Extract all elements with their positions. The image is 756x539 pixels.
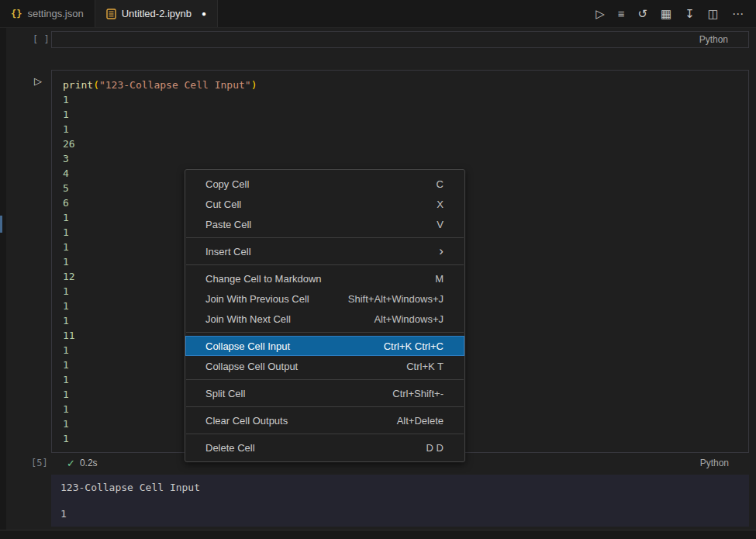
menu-separator: [186, 237, 464, 238]
restart-kernel-icon[interactable]: ↺: [637, 8, 647, 19]
more-actions-icon[interactable]: ⋯: [732, 8, 744, 19]
code-line: 3: [63, 151, 748, 166]
modified-dot[interactable]: ●: [202, 9, 206, 18]
output-line: 1: [60, 507, 740, 520]
run-cell-button[interactable]: ▷: [34, 76, 42, 86]
menu-separator: [186, 379, 464, 380]
menu-item-insert-cell[interactable]: Insert Cell ›: [185, 241, 464, 261]
menu-item-cut-cell[interactable]: Cut Cell X: [185, 194, 464, 214]
variables-icon[interactable]: ▦: [661, 8, 671, 19]
menu-separator: [186, 332, 464, 333]
left-rail: [0, 28, 6, 539]
code-line: 1: [63, 122, 748, 136]
json-icon: {}: [11, 9, 22, 19]
menu-item-split-cell[interactable]: Split Cell Ctrl+Shift+-: [185, 383, 464, 403]
menu-item-join-next-cell[interactable]: Join With Next Cell Alt+Windows+J: [185, 309, 464, 329]
code-line: 26: [63, 136, 748, 151]
success-check-icon: ✓: [67, 458, 75, 469]
empty-cell: [ ] Python: [6, 31, 749, 48]
menu-separator: [186, 434, 464, 434]
menu-separator: [186, 406, 464, 407]
cell-output: 123-Collapse Cell Input 1: [51, 475, 749, 527]
menu-item-clear-cell-outputs[interactable]: Clear Cell Outputs Alt+Delete: [185, 410, 464, 430]
notebook-icon: [106, 9, 116, 19]
run-all-icon[interactable]: ▷: [595, 8, 605, 19]
tab-settings-json[interactable]: {} settings.json: [0, 0, 95, 27]
tab-untitled-notebook[interactable]: Untitled-2.ipynb ●: [95, 0, 218, 27]
editor-tab-bar: {} settings.json Untitled-2.ipynb ● ▷ ≡ …: [0, 0, 756, 28]
cell-context-menu: Copy Cell C Cut Cell X Paste Cell V Inse…: [185, 169, 465, 462]
cell-frame[interactable]: Python: [51, 31, 749, 48]
menu-item-delete-cell[interactable]: Delete Cell D D: [185, 437, 464, 458]
menu-item-change-to-markdown[interactable]: Change Cell to Markdown M: [185, 268, 464, 289]
code-line: 1: [63, 107, 748, 122]
tab-label: Untitled-2.ipynb: [122, 8, 192, 19]
menu-item-copy-cell[interactable]: Copy Cell C: [185, 174, 464, 194]
execution-count: [5]: [31, 458, 48, 468]
execution-count: [ ]: [33, 34, 50, 45]
tab-label: settings.json: [27, 8, 83, 19]
submenu-arrow-icon: ›: [439, 244, 444, 259]
code-line: 1: [63, 92, 748, 107]
notebook-toolbar: ▷ ≡ ↺ ▦ ↧ ◫ ⋯: [595, 0, 756, 27]
output-line: [60, 494, 740, 507]
export-icon[interactable]: ↧: [685, 8, 695, 19]
overview-ruler-marker: [0, 216, 2, 233]
cell-language-picker[interactable]: Python: [700, 458, 749, 468]
menu-item-paste-cell[interactable]: Paste Cell V: [185, 214, 464, 234]
output-line: 123-Collapse Cell Input: [60, 481, 740, 494]
menu-item-join-previous-cell[interactable]: Join With Previous Cell Shift+Alt+Window…: [185, 289, 464, 309]
code-line: print("123-Collapse Cell Input"): [63, 78, 748, 92]
clear-all-outputs-icon[interactable]: ≡: [618, 8, 625, 19]
cell-language-picker[interactable]: Python: [699, 34, 748, 45]
menu-item-collapse-cell-output[interactable]: Collapse Cell Output Ctrl+K T: [185, 356, 464, 376]
menu-item-collapse-cell-input[interactable]: Collapse Cell Input Ctrl+K Ctrl+C: [185, 336, 464, 356]
menu-separator: [186, 264, 464, 265]
split-editor-icon[interactable]: ◫: [708, 8, 719, 19]
bottom-strip: [0, 530, 756, 539]
execution-duration: 0.2s: [80, 458, 98, 468]
